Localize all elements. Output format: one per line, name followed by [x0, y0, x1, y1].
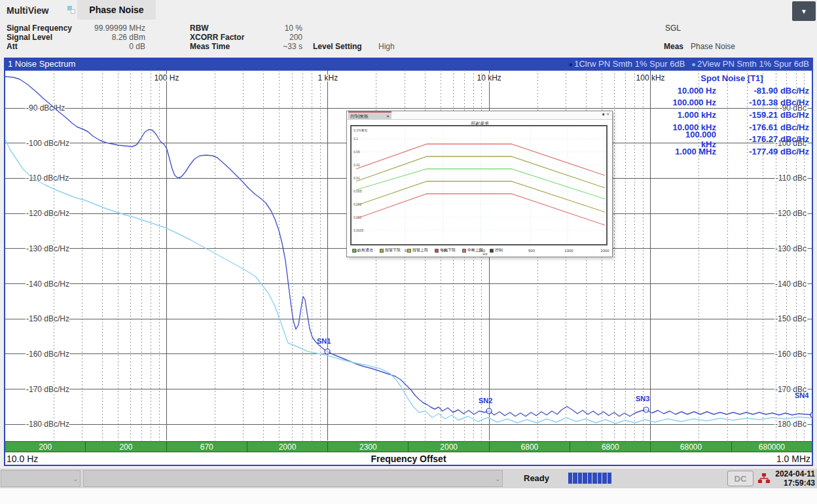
- svg-text:0.1%量程: 0.1%量程: [354, 128, 367, 132]
- result-window-title: 1 Noise Spectrum: [8, 59, 75, 69]
- rbw-label: RBW: [190, 24, 209, 33]
- chevron-down-icon: ▼: [801, 8, 807, 15]
- svg-text:500: 500: [528, 249, 536, 253]
- x-axis-title: Frequency Offset: [5, 454, 812, 464]
- chevron-down-icon: ⌄: [495, 476, 500, 482]
- meas-time-value[interactable]: ~33 s: [249, 42, 302, 51]
- svg-text:-120 dBc/Hz: -120 dBc/Hz: [26, 209, 69, 218]
- svg-text:-100 dBc/Hz: -100 dBc/Hz: [26, 139, 69, 148]
- overlay-legend-item[interactable]: 中断下限: [435, 247, 456, 253]
- svg-text:-140 dBc: -140 dBc: [775, 279, 807, 289]
- marker-sn4[interactable]: [810, 412, 812, 418]
- svg-text:0.05: 0.05: [354, 150, 360, 154]
- rbw-value[interactable]: 10 %: [249, 24, 302, 33]
- xcorr-segment: 68000: [650, 442, 731, 452]
- level-setting-value[interactable]: High: [378, 42, 405, 51]
- status-bar: ⌄ ⌄ Ready DC 2024-04-11 17:59:43: [0, 469, 817, 488]
- att-value[interactable]: 0 dB: [65, 42, 145, 51]
- xcorr-factor-value[interactable]: 200: [249, 33, 302, 42]
- date: 2024-04-11: [775, 469, 815, 478]
- spot-noise-value: -176.27 dBc/Hz: [716, 134, 812, 144]
- overlay-legend: 自检通道报警下限报警上限中断下限中断上限控制: [352, 247, 503, 253]
- xcorr-segment: 670: [166, 442, 247, 452]
- legend-label: 中断下限: [440, 247, 456, 253]
- legend-swatch-icon: [407, 249, 411, 253]
- spot-noise-row: 10.000 Hz-81.90 dBc/Hz: [669, 84, 812, 97]
- overlay-window-icons[interactable]: ● ˅: [602, 111, 609, 117]
- svg-text:-160 dBc: -160 dBc: [775, 350, 807, 359]
- spot-noise-row: 1.000 kHz-159.21 dBc/Hz: [669, 109, 812, 121]
- instrument-screen: MultiView Phase Noise ▼ Signal Frequency…: [0, 0, 817, 504]
- svg-text:-130 dBc: -130 dBc: [775, 244, 807, 253]
- time: 17:59:43: [775, 478, 815, 488]
- xcorr-segment: 2300: [327, 442, 408, 452]
- progress-block: [588, 473, 592, 484]
- svg-text:0.02: 0.02: [354, 163, 360, 167]
- legend-label: 自检通道: [357, 247, 373, 253]
- status-dropdown-center[interactable]: ⌄: [83, 470, 503, 487]
- overlay-legend-item[interactable]: 报警上限: [407, 247, 428, 253]
- window-menu-button[interactable]: ▼: [792, 1, 816, 21]
- header-row-2: Signal Level 8.26 dBm XCORR Factor 200: [0, 33, 817, 42]
- marker-label-sn1: SN1: [317, 337, 331, 345]
- svg-text:0.1: 0.1: [354, 137, 358, 141]
- result-window-titlebar: 1 Noise Spectrum ●1Clrw PN Smth 1% Spur …: [4, 58, 813, 69]
- legend-swatch-icon: [462, 249, 466, 253]
- spot-noise-row: 100.000 Hz-101.38 dBc/Hz: [669, 97, 812, 109]
- overlay-tab-label: 控制面板: [350, 113, 369, 120]
- signal-frequency-value[interactable]: 99.99999 MHz: [65, 24, 145, 33]
- progress-block: [592, 473, 596, 484]
- spot-noise-value: -177.49 dBc/Hz: [716, 147, 812, 156]
- overlay-window[interactable]: 控制面板 × ● ˅ 照射量率 0.10.050.020.010.0050.00…: [346, 111, 613, 257]
- signal-level-value[interactable]: 8.26 dBm: [65, 33, 145, 42]
- spot-noise-row: 100.000 kHz-176.27 dBc/Hz: [669, 133, 812, 145]
- legend-label: 中断上限: [467, 247, 483, 253]
- marker-label-sn2: SN2: [479, 397, 492, 405]
- svg-text:-170 dBc/Hz: -170 dBc/Hz: [26, 385, 69, 394]
- overlay-tab[interactable]: 控制面板 ×: [348, 111, 391, 120]
- legend-swatch-icon: [380, 249, 384, 253]
- legend-label: 报警下限: [385, 247, 401, 253]
- meas-value: Phase Noise: [691, 42, 812, 51]
- overlay-legend-item[interactable]: 控制: [490, 247, 503, 253]
- header-row-1: Signal Frequency 99.99999 MHz RBW 10 % S…: [0, 24, 817, 33]
- svg-text:-150 dBc/Hz: -150 dBc/Hz: [26, 314, 69, 323]
- level-setting-label: Level Setting: [313, 42, 362, 51]
- marker-sn1[interactable]: [325, 349, 330, 354]
- xcorr-segment: 6800: [489, 442, 570, 452]
- meas-label: Meas: [664, 42, 683, 51]
- marker-sn2[interactable]: [486, 408, 492, 414]
- sgl-indicator: SGL: [665, 24, 681, 33]
- xcorr-segment: 2000: [408, 442, 488, 452]
- trace-legend: ●1Clrw PN Smth 1% Spur 6dB ●2View PN Smt…: [569, 59, 809, 69]
- marker-sn3[interactable]: [644, 407, 649, 412]
- legend-swatch-icon: [490, 249, 494, 253]
- overlay-legend-item[interactable]: 中断上限: [462, 247, 483, 253]
- xcorr-segment: 200: [5, 442, 85, 452]
- xcorr-segment: 2000: [247, 442, 327, 452]
- overlay-legend-item[interactable]: 自检通道: [352, 247, 373, 253]
- overlay-legend-item[interactable]: 报警下限: [380, 247, 401, 253]
- close-icon[interactable]: ×: [386, 113, 390, 119]
- status-dropdown-left[interactable]: ⌄: [1, 470, 81, 487]
- spot-noise-value: -176.61 dBc/Hz: [716, 122, 812, 132]
- tab-phase-noise[interactable]: Phase Noise: [77, 0, 156, 20]
- xcorr-segment: 200: [85, 442, 166, 452]
- xcorr-segment-bar: 2002006702000230020006800680068000680000: [5, 441, 812, 452]
- tab-multiview[interactable]: MultiView: [7, 5, 48, 16]
- multiview-icon: [67, 6, 75, 14]
- svg-text:10 kHz: 10 kHz: [477, 73, 501, 82]
- overlay-plot: 0.10.050.020.010.0050.0020.0010.00050.1%…: [351, 126, 609, 255]
- marker-label-sn4: SN4: [795, 391, 809, 399]
- progress-block: [578, 473, 582, 484]
- trace2-legend-item[interactable]: ●2View PN Smth 1% Spur 6dB: [691, 59, 809, 69]
- dc-coupling-button[interactable]: DC: [727, 471, 753, 486]
- trace1-legend-item[interactable]: ●1Clrw PN Smth 1% Spur 6dB: [569, 59, 685, 69]
- network-icon[interactable]: [758, 473, 770, 484]
- att-label: Att: [7, 42, 18, 51]
- trace2-bullet-icon: ●: [691, 60, 696, 68]
- svg-text:-90 dBc/Hz: -90 dBc/Hz: [26, 103, 65, 113]
- x-axis-row: 10.0 Hz Frequency Offset 1.0 MHz: [5, 454, 812, 465]
- date-time[interactable]: 2024-04-11 17:59:43: [775, 469, 815, 488]
- progress-block: [583, 473, 587, 484]
